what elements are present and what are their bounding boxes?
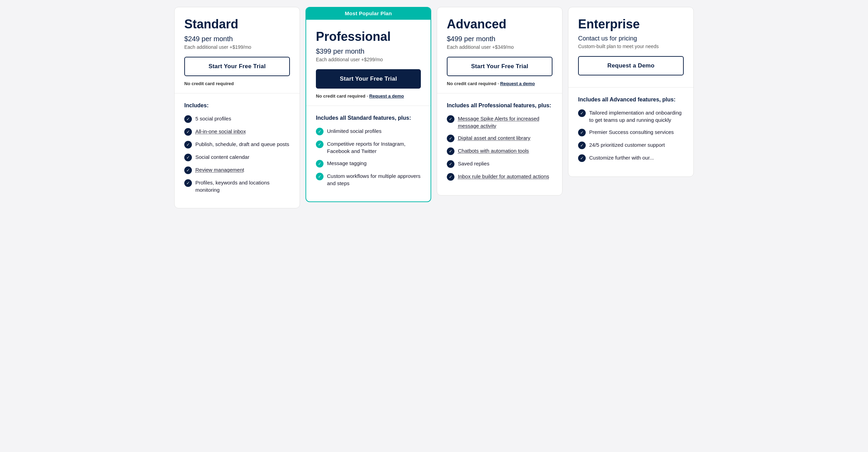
feature-text-professional-2: Message tagging	[327, 160, 366, 167]
plan-name-standard: Standard	[184, 17, 290, 31]
plan-features-enterprise: Includes all Advanced features, plus:✓Ta…	[568, 88, 693, 177]
feature-text-standard-1: All-in-one social inbox	[195, 128, 246, 135]
no-cc-advanced: No credit card required · Request a demo	[447, 81, 552, 86]
cta-button-enterprise[interactable]: Request a Demo	[578, 56, 684, 75]
feature-check-icon-advanced-1: ✓	[447, 135, 454, 142]
feature-item-enterprise-1: ✓Premier Success consulting services	[578, 128, 684, 136]
plan-features-advanced: Includes all Professional features, plus…	[437, 93, 562, 195]
feature-item-standard-1: ✓All-in-one social inbox	[184, 128, 290, 136]
feature-text-standard-4: Review management	[195, 166, 244, 173]
cta-button-standard[interactable]: Start Your Free Trial	[184, 57, 290, 76]
feature-check-icon-standard-1: ✓	[184, 128, 192, 136]
feature-text-advanced-4: Inbox rule builder for automated actions	[458, 173, 549, 180]
plan-price-sub-professional: Each additional user +$299/mo	[316, 57, 421, 62]
feature-text-advanced-0: Message Spike Alerts for increased messa…	[458, 115, 552, 129]
plan-features-professional: Includes all Standard features, plus:✓Un…	[306, 106, 431, 201]
plan-price-sub-enterprise: Custom-built plan to meet your needs	[578, 44, 684, 49]
feature-text-standard-2: Publish, schedule, draft and queue posts	[195, 141, 289, 148]
plan-name-professional: Professional	[316, 29, 421, 44]
plan-price-standard: $249 per month	[184, 35, 290, 43]
feature-text-professional-1: Competitive reports for Instagram, Faceb…	[327, 140, 421, 155]
request-demo-link-professional[interactable]: Request a demo	[369, 93, 404, 99]
feature-text-advanced-1: Digital asset and content library	[458, 134, 530, 142]
plan-name-enterprise: Enterprise	[578, 17, 684, 31]
feature-check-icon-enterprise-1: ✓	[578, 129, 586, 136]
feature-text-standard-0: 5 social profiles	[195, 115, 231, 122]
feature-check-icon-advanced-3: ✓	[447, 160, 454, 168]
popular-badge: Most Popular Plan	[306, 7, 431, 20]
plan-price-enterprise: Contact us for pricing	[578, 35, 684, 42]
feature-text-enterprise-1: Premier Success consulting services	[589, 128, 674, 136]
cta-button-advanced[interactable]: Start Your Free Trial	[447, 57, 552, 76]
plan-header-enterprise: EnterpriseContact us for pricingCustom-b…	[568, 7, 693, 88]
feature-check-icon-enterprise-2: ✓	[578, 142, 586, 149]
feature-check-icon-standard-5: ✓	[184, 179, 192, 187]
request-demo-link-advanced[interactable]: Request a demo	[500, 81, 535, 86]
feature-item-enterprise-2: ✓24/5 prioritized customer support	[578, 141, 684, 149]
feature-item-standard-4: ✓Review management	[184, 166, 290, 174]
plan-card-standard: Standard$249 per monthEach additional us…	[174, 7, 300, 208]
plan-header-professional: Professional$399 per monthEach additiona…	[306, 20, 431, 106]
features-heading-professional: Includes all Standard features, plus:	[316, 114, 421, 122]
plan-price-sub-advanced: Each additional user +$349/mo	[447, 44, 552, 50]
feature-item-advanced-3: ✓Saved replies	[447, 160, 552, 168]
feature-item-advanced-1: ✓Digital asset and content library	[447, 134, 552, 142]
cta-button-professional[interactable]: Start Your Free Trial	[316, 69, 421, 89]
feature-check-icon-standard-3: ✓	[184, 154, 192, 161]
feature-item-professional-0: ✓Unlimited social profiles	[316, 127, 421, 135]
plan-price-sub-standard: Each additional user +$199/mo	[184, 44, 290, 50]
feature-item-advanced-2: ✓Chatbots with automation tools	[447, 147, 552, 155]
feature-item-advanced-0: ✓Message Spike Alerts for increased mess…	[447, 115, 552, 129]
feature-check-icon-professional-1: ✓	[316, 141, 324, 148]
plan-header-advanced: Advanced$499 per monthEach additional us…	[437, 7, 562, 93]
feature-item-standard-0: ✓5 social profiles	[184, 115, 290, 123]
feature-item-standard-3: ✓Social content calendar	[184, 153, 290, 161]
feature-item-standard-5: ✓Profiles, keywords and locations monito…	[184, 179, 290, 193]
feature-item-enterprise-0: ✓Tailored implementation and onboarding …	[578, 109, 684, 124]
feature-check-icon-enterprise-3: ✓	[578, 154, 586, 162]
plan-price-professional: $399 per month	[316, 47, 421, 55]
plan-card-professional: Most Popular PlanProfessional$399 per mo…	[305, 7, 431, 202]
no-cc-professional: No credit card required · Request a demo	[316, 93, 421, 99]
feature-text-enterprise-3: Customize further with our...	[589, 154, 654, 161]
feature-text-standard-5: Profiles, keywords and locations monitor…	[195, 179, 290, 193]
feature-item-standard-2: ✓Publish, schedule, draft and queue post…	[184, 141, 290, 148]
feature-check-icon-enterprise-0: ✓	[578, 109, 586, 117]
features-heading-standard: Includes:	[184, 102, 290, 109]
feature-text-advanced-2: Chatbots with automation tools	[458, 147, 529, 154]
feature-check-icon-advanced-4: ✓	[447, 173, 454, 181]
feature-check-icon-advanced-0: ✓	[447, 115, 454, 123]
feature-text-enterprise-2: 24/5 prioritized customer support	[589, 141, 665, 148]
plan-price-advanced: $499 per month	[447, 35, 552, 43]
feature-text-advanced-3: Saved replies	[458, 160, 489, 167]
pricing-grid: Standard$249 per monthEach additional us…	[174, 7, 694, 208]
no-cc-standard: No credit card required	[184, 81, 290, 86]
plan-name-advanced: Advanced	[447, 17, 552, 31]
feature-text-professional-3: Custom workflows for multiple approvers …	[327, 172, 421, 187]
feature-check-icon-professional-0: ✓	[316, 128, 324, 135]
plan-header-standard: Standard$249 per monthEach additional us…	[175, 7, 300, 93]
feature-item-professional-1: ✓Competitive reports for Instagram, Face…	[316, 140, 421, 155]
features-heading-advanced: Includes all Professional features, plus…	[447, 102, 552, 109]
feature-check-icon-professional-2: ✓	[316, 160, 324, 168]
feature-item-advanced-4: ✓Inbox rule builder for automated action…	[447, 173, 552, 181]
feature-text-enterprise-0: Tailored implementation and onboarding t…	[589, 109, 684, 124]
features-heading-enterprise: Includes all Advanced features, plus:	[578, 96, 684, 103]
feature-text-standard-3: Social content calendar	[195, 153, 249, 161]
feature-item-enterprise-3: ✓Customize further with our...	[578, 154, 684, 162]
plan-card-advanced: Advanced$499 per monthEach additional us…	[437, 7, 563, 196]
feature-check-icon-standard-0: ✓	[184, 115, 192, 123]
feature-item-professional-2: ✓Message tagging	[316, 160, 421, 168]
feature-check-icon-advanced-2: ✓	[447, 147, 454, 155]
feature-text-professional-0: Unlimited social profiles	[327, 127, 382, 135]
feature-check-icon-professional-3: ✓	[316, 173, 324, 180]
feature-check-icon-standard-2: ✓	[184, 141, 192, 148]
plan-card-enterprise: EnterpriseContact us for pricingCustom-b…	[568, 7, 694, 177]
feature-item-professional-3: ✓Custom workflows for multiple approvers…	[316, 172, 421, 187]
plan-features-standard: Includes:✓5 social profiles✓All-in-one s…	[175, 93, 300, 208]
feature-check-icon-standard-4: ✓	[184, 166, 192, 174]
